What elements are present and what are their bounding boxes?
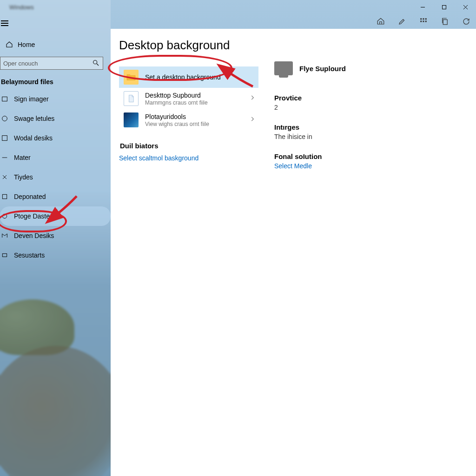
content-panel: Desktop background Set a desktop backgro… [111,29,476,476]
option-title: Set a desktop background [145,73,221,81]
subsection-head: Duil biators [120,142,258,150]
search-input[interactable] [0,57,103,70]
svg-rect-5 [423,18,424,20]
option-plotayuridools[interactable]: Plotayuridools View wighs craus ornt fii… [119,109,258,131]
chevron-right-icon [249,116,256,124]
svg-rect-15 [2,136,7,141]
sidebar-item-label: Sesustarts [14,251,45,259]
sidebar-item-8[interactable]: Sesustarts [0,245,111,265]
sidebar-item-label: Sign imager [14,95,49,103]
sidebar-item-7[interactable]: Deven Desiks [0,226,111,245]
sidebar-item-2-icon [1,134,8,142]
sidebar-item-label: Mater [14,154,31,161]
option-title: Deskttop Supbourd [145,92,208,99]
svg-rect-6 [425,18,427,20]
info-label: Intırges [274,123,468,131]
svg-point-14 [2,116,7,121]
option-title: Plotayuridools [145,113,209,120]
option-sub: View wighs craus ornt fiile [145,121,209,127]
sidebar-item-8-icon [1,251,8,259]
option-desktop-supbourd[interactable]: Deskttop Supbourd Marnmgns craus ornt fi… [119,88,258,109]
svg-rect-7 [420,21,422,22]
svg-point-11 [93,60,97,64]
sidebar-section-head: Belaymourd files [0,74,111,89]
sidebar-item-4[interactable]: Tiydes [0,167,111,187]
info-value: 2 [274,104,468,111]
device-name: Flye Suplourd [299,65,346,73]
sidebar-item-label: Tiydes [14,173,33,181]
document-icon [124,91,139,106]
sidebar-item-7-icon [1,232,8,239]
edit-icon[interactable] [398,17,406,26]
select-medle-link[interactable]: Select Medle [274,162,468,170]
info-value: The ihisice in [274,133,468,140]
chevron-right-icon [249,94,256,103]
sidebar-item-label: Deven Desiks [14,232,54,239]
sidebar-item-2[interactable]: Wodal desiks [0,128,111,148]
page-title: Desktop background [119,38,258,53]
refresh-icon[interactable] [462,17,470,26]
sidebar-item-6-icon [1,212,8,220]
maximize-button[interactable] [433,0,455,14]
search-icon[interactable] [92,59,99,66]
sidebar-item-6[interactable]: Ptoge Daste [0,206,111,226]
sidebar-item-label: Swage letules [14,115,54,122]
window-controls [412,0,476,14]
copy-icon[interactable] [441,17,449,26]
sidebar-item-5-icon [1,193,8,200]
option-set-background[interactable]: Set a desktop background [119,66,258,88]
sidebar-item-0[interactable]: Sign imager [0,89,111,109]
svg-rect-10 [443,20,447,25]
device-row: Flye Suplourd [274,61,468,75]
home-label: Home [18,41,35,48]
sidebar-item-1-icon [1,115,8,122]
minimize-button[interactable] [412,0,433,14]
svg-rect-8 [423,21,424,22]
svg-rect-9 [425,21,427,22]
grid-icon[interactable] [419,17,428,26]
sidebar-item-4-icon [1,173,8,181]
sidebar-item-label: Ptoge Daste [14,212,50,220]
sidebar: Home Belaymourd files Sign imager Swage … [0,0,111,476]
svg-rect-16 [2,194,7,198]
sidebar-item-3-icon [1,154,8,161]
info-label: Fonal soIution [274,152,468,160]
option-sub: Marnmgns craus ornt fiile [145,99,208,106]
sidebar-item-label: Wodal desiks [14,134,53,142]
home-link[interactable]: Home [0,35,111,54]
close-button[interactable] [455,0,476,14]
sidebar-item-3[interactable]: Mater [0,148,111,167]
svg-line-12 [97,64,99,66]
home-nav-icon [6,41,13,48]
sidebar-item-5[interactable]: Deponated [0,187,111,206]
svg-rect-1 [442,5,446,9]
toolbar [111,14,476,29]
svg-rect-13 [2,97,7,101]
sidebar-item-label: Deponated [14,193,46,200]
search-wrap [0,57,106,70]
svg-rect-4 [420,18,422,20]
hamburger-icon[interactable] [0,18,11,29]
svg-point-17 [2,214,7,218]
info-provtice: Provtice 2 [274,94,468,111]
sidebar-item-1[interactable]: Swage letules [0,109,111,128]
monitor-icon [274,61,293,75]
folder-icon [124,70,139,85]
select-scaltmol-link[interactable]: Select scaltmol baskground [119,154,258,162]
info-label: Provtice [274,94,468,102]
info-intirges: Intırges The ihisice in [274,123,468,140]
home-icon[interactable] [377,17,385,26]
svg-rect-18 [2,254,7,257]
sidebar-item-0-icon [1,95,8,103]
info-fonal: Fonal soIution Select Medle [274,152,468,170]
picture-icon [124,112,139,127]
